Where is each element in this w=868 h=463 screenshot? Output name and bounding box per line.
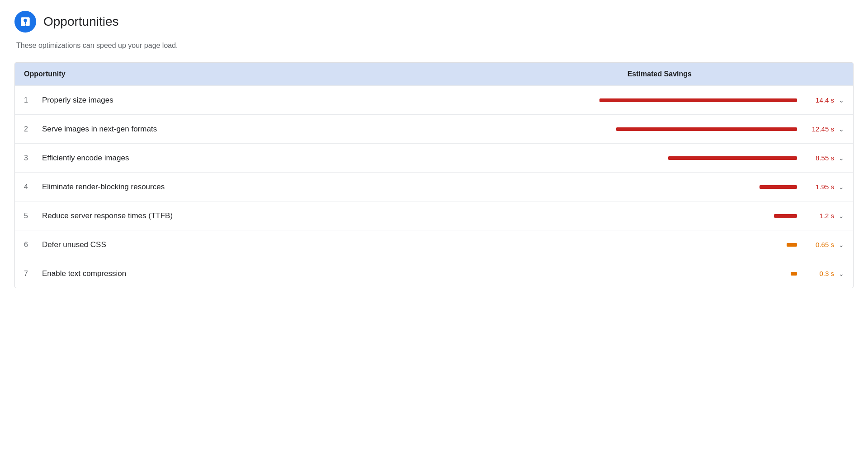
bar-container (475, 127, 797, 131)
column-header-savings: Estimated Savings (475, 70, 844, 78)
table-header: Opportunity Estimated Savings (15, 63, 853, 85)
table-row[interactable]: 3 Efficiently encode images 8.55 s ⌄ (15, 143, 853, 172)
opportunities-icon (14, 11, 36, 33)
expand-chevron[interactable]: ⌄ (839, 97, 844, 104)
page-header: Opportunities (14, 11, 854, 33)
expand-chevron[interactable]: ⌄ (839, 154, 844, 162)
savings-value: 14.4 s (802, 96, 834, 104)
bar-container (475, 214, 797, 218)
savings-bar (616, 127, 797, 131)
page-subtitle: These optimizations can speed up your pa… (14, 42, 854, 50)
opportunity-cell: 4 Eliminate render-blocking resources (24, 182, 475, 192)
opportunity-cell: 3 Efficiently encode images (24, 154, 475, 163)
savings-cell: 8.55 s ⌄ (475, 154, 844, 162)
row-label: Defer unused CSS (42, 240, 106, 249)
expand-chevron[interactable]: ⌄ (839, 183, 844, 191)
savings-cell: 0.3 s ⌄ (475, 270, 844, 277)
savings-value: 1.95 s (802, 183, 834, 191)
row-number: 3 (24, 154, 33, 162)
row-number: 7 (24, 270, 33, 278)
bar-container (475, 156, 797, 160)
column-header-opportunity: Opportunity (24, 70, 475, 78)
row-label: Eliminate render-blocking resources (42, 182, 165, 192)
savings-cell: 1.2 s ⌄ (475, 212, 844, 220)
savings-bar (760, 185, 797, 189)
expand-chevron[interactable]: ⌄ (839, 241, 844, 248)
opportunity-cell: 5 Reduce server response times (TTFB) (24, 211, 475, 220)
savings-value: 1.2 s (802, 212, 834, 220)
savings-value: 0.3 s (802, 270, 834, 277)
table-row[interactable]: 1 Properly size images 14.4 s ⌄ (15, 85, 853, 114)
table-row[interactable]: 4 Eliminate render-blocking resources 1.… (15, 172, 853, 201)
savings-value: 0.65 s (802, 241, 834, 248)
table-row[interactable]: 6 Defer unused CSS 0.65 s ⌄ (15, 230, 853, 259)
opportunity-cell: 1 Properly size images (24, 96, 475, 105)
savings-cell: 0.65 s ⌄ (475, 241, 844, 248)
bar-container (475, 272, 797, 276)
opportunities-table: Opportunity Estimated Savings 1 Properly… (14, 62, 854, 288)
row-number: 4 (24, 183, 33, 191)
bar-container (475, 243, 797, 247)
savings-value: 12.45 s (802, 125, 834, 133)
opportunity-cell: 2 Serve images in next-gen formats (24, 125, 475, 134)
savings-right: 12.45 s ⌄ (802, 125, 844, 133)
savings-right: 0.65 s ⌄ (802, 241, 844, 248)
row-number: 2 (24, 125, 33, 133)
row-number: 5 (24, 212, 33, 220)
savings-bar (787, 243, 797, 247)
savings-right: 0.3 s ⌄ (802, 270, 844, 277)
opportunity-cell: 6 Defer unused CSS (24, 240, 475, 249)
row-label: Serve images in next-gen formats (42, 125, 157, 134)
savings-bar (791, 272, 797, 276)
row-label: Reduce server response times (TTFB) (42, 211, 173, 220)
table-body: 1 Properly size images 14.4 s ⌄ 2 Serve … (15, 85, 853, 288)
savings-right: 1.95 s ⌄ (802, 183, 844, 191)
row-label: Enable text compression (42, 269, 126, 278)
row-label: Efficiently encode images (42, 154, 129, 163)
table-row[interactable]: 7 Enable text compression 0.3 s ⌄ (15, 259, 853, 288)
savings-bar (668, 156, 797, 160)
expand-chevron[interactable]: ⌄ (839, 270, 844, 277)
bar-container (475, 98, 797, 102)
savings-cell: 14.4 s ⌄ (475, 96, 844, 104)
icon-svg (19, 16, 31, 28)
savings-bar (774, 214, 797, 218)
savings-right: 14.4 s ⌄ (802, 96, 844, 104)
savings-right: 8.55 s ⌄ (802, 154, 844, 162)
row-number: 1 (24, 96, 33, 104)
savings-cell: 12.45 s ⌄ (475, 125, 844, 133)
savings-right: 1.2 s ⌄ (802, 212, 844, 220)
table-row[interactable]: 2 Serve images in next-gen formats 12.45… (15, 114, 853, 143)
savings-bar (599, 98, 797, 102)
table-row[interactable]: 5 Reduce server response times (TTFB) 1.… (15, 201, 853, 230)
bar-container (475, 185, 797, 189)
opportunity-cell: 7 Enable text compression (24, 269, 475, 278)
savings-cell: 1.95 s ⌄ (475, 183, 844, 191)
row-number: 6 (24, 241, 33, 249)
page-title: Opportunities (43, 14, 119, 29)
expand-chevron[interactable]: ⌄ (839, 212, 844, 220)
savings-value: 8.55 s (802, 154, 834, 162)
expand-chevron[interactable]: ⌄ (839, 126, 844, 133)
row-label: Properly size images (42, 96, 113, 105)
